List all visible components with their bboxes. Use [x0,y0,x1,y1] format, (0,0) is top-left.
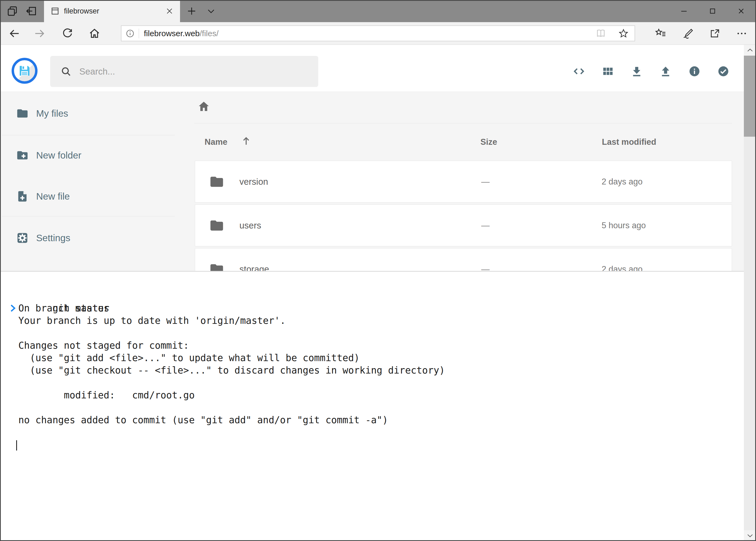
file-row-users[interactable]: users — 5 hours ago [195,205,732,246]
code-icon[interactable] [573,65,585,78]
close-window-icon[interactable] [727,0,755,22]
share-icon[interactable] [708,27,721,40]
sidebar-item-my-files[interactable]: My files [0,101,177,126]
file-modified: 2 days ago [602,177,642,187]
terminal-line: modified: cmd/root.go [18,389,744,401]
breadcrumb-home-icon[interactable] [197,100,210,113]
terminal-panel[interactable]: git status On branch master Your branch … [0,271,744,541]
terminal-line [18,376,744,389]
tab-close-icon[interactable] [165,7,173,15]
terminal-line: no changes added to commit (use "git add… [18,414,744,426]
set-tabs-aside-icon[interactable] [25,5,38,18]
tab-options-chevron-icon[interactable] [205,5,217,18]
tab-favicon-icon [51,6,60,16]
back-icon[interactable] [8,27,21,40]
grid-view-icon[interactable] [602,65,614,78]
folder-icon [209,218,224,233]
more-ellipsis-icon[interactable] [735,27,748,40]
text-cursor [16,440,17,450]
search-input[interactable] [79,66,301,77]
sidebar-item-new-folder[interactable]: New folder [0,143,177,168]
file-size: — [481,177,490,187]
file-name: users [239,221,261,231]
terminal-line [18,426,744,439]
scrollbar-thumb[interactable] [744,56,756,137]
maximize-icon[interactable] [698,0,727,22]
file-size: — [481,221,490,231]
terminal-command: git status [52,303,109,313]
reading-view-icon[interactable] [596,28,606,39]
sidebar-item-label: My files [36,108,68,119]
url-domain: filebrowser.web [144,29,200,38]
terminal-line: On branch master [18,302,744,314]
info-icon[interactable] [688,65,701,78]
folder-icon [16,107,29,120]
favorites-hub-icon[interactable] [654,27,667,40]
folder-icon [209,174,224,189]
file-row-version[interactable]: version — 2 days ago [195,161,732,203]
file-name: version [239,177,268,187]
scroll-down-icon[interactable] [744,530,756,541]
site-info-icon[interactable] [125,29,135,38]
window-controls [670,0,755,22]
page-scrollbar[interactable] [744,45,756,541]
browser-tab[interactable]: filebrowser [44,0,180,22]
prompt-chevron-icon [8,279,54,337]
sidebar-item-label: New folder [36,150,81,161]
forward-icon[interactable] [33,27,46,40]
tab-preview-icon[interactable] [6,5,19,18]
terminal-line [18,289,744,302]
browser-toolbar: filebrowser.web/files/ [0,22,756,45]
search-icon [61,66,72,77]
browser-window: filebrowser [0,0,756,541]
sidebar-item-label: New file [36,191,70,202]
file-plus-icon [16,190,29,203]
url-path: /files/ [200,29,219,38]
sidebar-divider [2,135,175,135]
new-tab-icon[interactable] [185,5,198,18]
app-actions [573,65,730,78]
terminal-line: Changes not staged for commit: [18,339,744,352]
listing-divider [194,123,732,124]
terminal-line: (use "git checkout -- <file>..." to disc… [18,364,744,376]
url-text[interactable]: filebrowser.web/files/ [144,29,219,38]
column-header-name[interactable]: Name [205,137,227,147]
terminal-line [18,327,744,339]
address-bar[interactable]: filebrowser.web/files/ [121,25,635,41]
ink-notes-icon[interactable] [681,27,694,40]
terminal-line: (use "git add <file>..." to update what … [18,352,744,364]
terminal-line: Your branch is up to date with 'origin/m… [18,314,744,327]
sort-ascending-icon[interactable] [240,135,252,147]
refresh-icon[interactable] [61,27,74,40]
home-nav-icon[interactable] [88,27,101,40]
folder-plus-icon [16,149,29,162]
terminal-prompt-line: git status [18,277,744,289]
column-header-modified[interactable]: Last modified [602,137,656,147]
gear-icon [16,232,29,244]
address-separator [139,29,139,38]
scroll-up-icon[interactable] [744,45,756,56]
minimize-icon[interactable] [670,0,698,22]
terminal-cursor-line [18,439,744,451]
app-header [0,45,744,92]
sidebar-item-settings[interactable]: Settings [0,226,177,251]
download-icon[interactable] [630,65,643,78]
tab-strip: filebrowser [0,0,756,22]
sidebar-item-new-file[interactable]: New file [0,184,177,209]
check-circle-icon[interactable] [717,65,730,78]
upload-icon[interactable] [659,65,672,78]
terminal-line [18,401,744,414]
sidebar-item-label: Settings [36,233,70,244]
tab-title: filebrowser [64,7,99,15]
toolbar-right-buttons [654,27,748,40]
file-modified: 5 hours ago [602,221,646,231]
search-box[interactable] [50,56,318,87]
filebrowser-logo-icon [12,58,38,84]
column-header-size[interactable]: Size [480,137,497,147]
favorite-star-icon[interactable] [619,28,629,39]
